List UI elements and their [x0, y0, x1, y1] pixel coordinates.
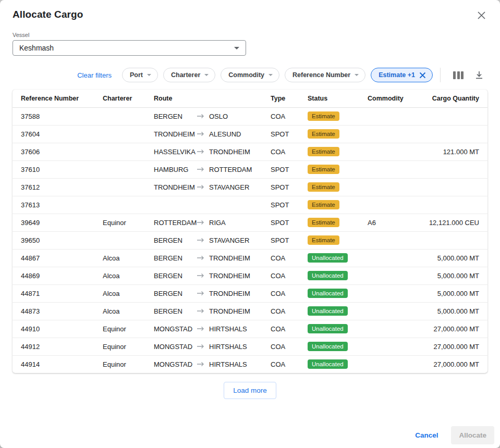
table-row[interactable]: 37604 TRONDHEIM ALESUND SPOT Estimate [13, 125, 487, 143]
table-row[interactable]: 37588 BERGEN OSLO COA Estimate [13, 107, 487, 125]
vessel-select[interactable]: Keshmash [13, 40, 246, 56]
route-origin: MONGSTAD [154, 343, 197, 351]
route-origin: BERGEN [154, 254, 197, 262]
vessel-select-value: Keshmash [19, 44, 54, 52]
columns-button[interactable] [450, 69, 467, 81]
table-row[interactable]: 44869 Alcoa BERGEN TRONDHEIM COA Unalloc… [13, 267, 487, 284]
cell-route: MONGSTAD HIRTSHALS [154, 338, 271, 355]
status-badge: Unallocated [308, 359, 348, 369]
page-title: Allocate Cargo [13, 9, 83, 20]
clear-filters-link[interactable]: Clear filters [77, 71, 112, 79]
cell-commodity [368, 125, 425, 143]
cell-cargo-quantity [425, 178, 487, 196]
cell-route: BERGEN TRONDHEIM [154, 249, 271, 267]
column-header-type: Type [271, 90, 308, 107]
route-arrow-icon [197, 184, 204, 190]
column-header-reference-number: Reference Number [13, 90, 103, 107]
filter-chip-port[interactable]: Port [122, 68, 158, 82]
table-row[interactable]: 37606 HASSELVIKA TRONDHEIM COA Estimate … [13, 143, 487, 160]
allocate-button[interactable]: Allocate [451, 426, 494, 444]
table-row[interactable]: 37610 HAMBURG ROTTERDAM SPOT Estimate [13, 160, 487, 178]
cell-type: COA [271, 302, 308, 320]
chevron-down-icon [355, 74, 359, 76]
column-header-status: Status [308, 90, 368, 107]
cell-route: ROTTERDAM RIGA [154, 214, 271, 231]
close-button[interactable] [474, 8, 489, 22]
cell-type: COA [271, 338, 308, 355]
cell-cargo-quantity [425, 125, 487, 143]
cell-route: BERGEN STAVANGER [154, 231, 271, 249]
route-destination: TRONDHEIM [209, 272, 250, 280]
route-origin: MONGSTAD [154, 360, 197, 368]
cell-commodity [368, 284, 425, 302]
cell-status: Unallocated [308, 284, 368, 302]
load-more-button[interactable]: Load more [224, 382, 276, 399]
status-badge: Estimate [308, 111, 339, 121]
cell-type: COA [271, 249, 308, 267]
columns-icon [453, 71, 464, 79]
route-origin: MONGSTAD [154, 325, 197, 333]
download-button[interactable] [472, 69, 486, 82]
route-destination: TRONDHEIM [209, 254, 250, 262]
cell-type: SPOT [271, 178, 308, 196]
cell-cargo-quantity: 5,000.000 MT [425, 284, 487, 302]
cell-commodity: A6 [368, 214, 425, 231]
cell-reference-number: 37604 [13, 125, 103, 143]
cell-reference-number: 37613 [13, 196, 103, 214]
status-badge: Unallocated [308, 253, 348, 263]
route-origin: HASSELVIKA [154, 148, 197, 156]
table-row[interactable]: 39649 Equinor ROTTERDAM RIGA SPOT Estima… [13, 214, 487, 231]
table-row[interactable]: 37612 TRONDHEIM STAVANGER SPOT Estimate [13, 178, 487, 196]
table-row[interactable]: 39650 BERGEN STAVANGER SPOT Estimate [13, 231, 487, 249]
route-arrow-icon [197, 291, 204, 296]
cell-commodity [368, 355, 425, 373]
table-row[interactable]: 37613 SPOT Estimate [13, 196, 487, 214]
cell-type: COA [271, 320, 308, 338]
cell-commodity [368, 338, 425, 355]
cell-route: BERGEN TRONDHEIM [154, 284, 271, 302]
chevron-down-icon [204, 74, 209, 76]
cell-cargo-quantity [425, 107, 487, 125]
cell-charterer [103, 160, 154, 178]
route-destination: HIRTSHALS [209, 325, 247, 333]
cell-reference-number: 44867 [13, 249, 103, 267]
column-header-charterer: Charterer [103, 90, 154, 107]
filter-chip-reference-number[interactable]: Reference Number [285, 68, 365, 82]
cell-reference-number: 37588 [13, 107, 103, 125]
cell-cargo-quantity: 27,000.000 MT [425, 355, 487, 373]
cell-route: BERGEN TRONDHEIM [154, 267, 271, 284]
remove-filter-icon[interactable] [419, 72, 426, 79]
cell-charterer: Alcoa [103, 267, 154, 284]
cell-charterer: Equinor [103, 214, 154, 231]
table-row[interactable]: 44867 Alcoa BERGEN TRONDHEIM COA Unalloc… [13, 249, 487, 267]
cell-charterer: Alcoa [103, 284, 154, 302]
cell-status: Unallocated [308, 249, 368, 267]
route-destination: STAVANGER [209, 237, 249, 244]
route-arrow-icon [197, 167, 204, 172]
filter-chip-label: Commodity [228, 71, 264, 79]
status-badge: Unallocated [308, 342, 348, 351]
cell-type: COA [271, 355, 308, 373]
route-arrow-icon [197, 131, 204, 136]
cell-charterer [103, 107, 154, 125]
table-row[interactable]: 44912 Equinor MONGSTAD HIRTSHALS COA Una… [13, 338, 487, 355]
cell-cargo-quantity [425, 160, 487, 178]
filter-chip-label: Reference Number [292, 71, 350, 79]
cancel-button[interactable]: Cancel [407, 427, 446, 444]
cell-status: Estimate [308, 160, 368, 178]
cell-cargo-quantity: 5,000.000 MT [425, 249, 487, 267]
status-badge: Unallocated [308, 289, 348, 298]
status-badge: Estimate [308, 147, 339, 156]
cell-status: Estimate [308, 107, 368, 125]
filter-chip-charterer[interactable]: Charterer [163, 68, 215, 82]
table-row[interactable]: 44873 Alcoa BERGEN TRONDHEIM COA Unalloc… [13, 302, 487, 320]
table-body: 37588 BERGEN OSLO COA Estimate 37604 TRO… [13, 107, 487, 373]
table-row[interactable]: 44910 Equinor MONGSTAD HIRTSHALS COA Una… [13, 320, 487, 338]
table-row[interactable]: 44914 Equinor MONGSTAD HIRTSHALS COA Una… [13, 355, 487, 373]
filter-chip-estimate-active[interactable]: Estimate +1 [371, 68, 433, 82]
table-row[interactable]: 44871 Alcoa BERGEN TRONDHEIM COA Unalloc… [13, 284, 487, 302]
route-destination: TRONDHEIM [209, 307, 250, 315]
filter-chip-commodity[interactable]: Commodity [221, 68, 279, 82]
route-arrow-icon [197, 308, 204, 314]
vessel-label: Vessel [13, 32, 487, 38]
